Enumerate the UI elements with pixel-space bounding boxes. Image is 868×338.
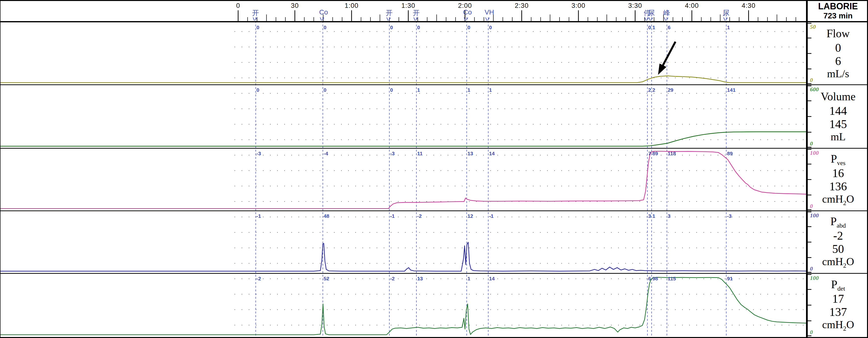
time-tick-label: 30 — [291, 2, 299, 9]
event-value-number: 12 — [467, 214, 473, 219]
channel-max-value: 50 — [832, 242, 844, 256]
channel-current-value: 16 — [832, 167, 844, 180]
channel-max-value: 137 — [829, 305, 847, 319]
channel-separator — [0, 148, 868, 149]
channel-max-value: 145 — [829, 117, 847, 131]
channel-title: Pdet — [831, 278, 845, 292]
event-label: 开 — [385, 8, 393, 18]
event-label: 开 — [413, 8, 420, 18]
frame-left-border — [0, 0, 0, 338]
pves-trace — [0, 151, 806, 209]
event-value-number: 48 — [323, 214, 329, 219]
event-value-number: 141 — [727, 87, 736, 92]
time-tick-label: 3:00 — [571, 2, 586, 9]
brand-name: LABORIE — [808, 1, 868, 11]
event-value-number: 2 — [652, 87, 655, 92]
channel-max-value: 136 — [829, 180, 847, 193]
event-value-number: 6 — [668, 25, 671, 30]
event-value-number: 11 — [417, 151, 423, 156]
event-value-number: 7 — [648, 151, 651, 156]
event-value-number: 3 — [648, 214, 651, 219]
event-flag-icon — [645, 18, 649, 21]
event-value-number: -2 — [417, 214, 422, 219]
event-flag-icon — [386, 18, 391, 21]
event-flag-icon — [649, 18, 653, 21]
channel-panel-pves: Pves 16 136 cmH2O — [811, 150, 865, 209]
channel-separator — [0, 273, 868, 274]
event-value-number: -3 — [390, 151, 395, 156]
event-value-number: 13 — [417, 276, 423, 281]
event-value-number: 0 — [256, 87, 259, 92]
event-label: 峰 — [663, 8, 670, 18]
time-tick-label: 3:30 — [628, 2, 642, 9]
flow-trace — [0, 76, 806, 83]
event-value-number: 13 — [467, 151, 473, 156]
flow-peak-arrow — [662, 42, 676, 66]
event-value-number: 0 — [390, 25, 393, 30]
event-value-number: 0 — [489, 25, 492, 30]
flow-peak-arrowhead — [658, 63, 666, 75]
event-value-number: 14 — [489, 151, 495, 156]
event-value-number: 6 — [648, 276, 651, 281]
event-value-number: 118 — [668, 151, 676, 156]
channel-current-value: 17 — [832, 292, 844, 305]
channel-unit: mL — [831, 131, 845, 143]
event-label: 开 — [252, 8, 259, 18]
time-tick-label: 2:30 — [515, 2, 529, 9]
event-value-number: 0 — [323, 25, 327, 30]
event-label: 尿 — [648, 8, 655, 18]
event-value-number: -1 — [390, 214, 395, 219]
event-value-number: 1 — [467, 276, 470, 281]
event-value-number: 1 — [652, 25, 655, 30]
event-value-number: -1 — [256, 214, 261, 219]
event-value-number: -2 — [390, 276, 395, 281]
event-value-number: 98 — [652, 276, 658, 281]
volume-trace — [0, 132, 806, 146]
time-tick-label: 0 — [236, 2, 240, 9]
event-value-number: 0 — [256, 25, 259, 30]
event-value-number: 14 — [489, 276, 495, 281]
channel-separator — [0, 210, 868, 211]
channel-title: Pabd — [830, 215, 846, 229]
event-label: VH — [485, 8, 494, 16]
event-value-number: 2 — [648, 87, 651, 92]
channel-title: Volume — [821, 90, 856, 104]
header-brand-box: LABORIE 723 min — [808, 1, 868, 20]
channel-panel-pdet: Pdet 17 137 cmH2O — [811, 275, 865, 335]
frame-right-border — [867, 0, 868, 338]
event-value-number: 52 — [323, 276, 329, 281]
event-value-number: 0 — [648, 25, 651, 30]
channel-max-value: 6 — [835, 54, 841, 68]
event-value-number: -3 — [727, 214, 732, 219]
event-value-number: -4 — [323, 151, 328, 156]
event-value-number: 1 — [652, 214, 655, 219]
channel-unit: cmH2O — [822, 256, 854, 269]
event-value-number: 0 — [417, 25, 420, 30]
channel-current-value: 0 — [835, 41, 841, 54]
event-label: 尿 — [722, 8, 729, 18]
event-value-number: 0 — [323, 87, 327, 92]
channel-current-value: 144 — [829, 104, 847, 117]
event-flag-icon — [320, 18, 324, 21]
event-flag-icon — [414, 18, 418, 21]
event-value-number: 1 — [417, 87, 420, 92]
frame-top-border — [0, 0, 868, 1]
channel-panel-volume: Volume 144 145 mL — [811, 87, 865, 146]
trace-plot-canvas — [0, 0, 868, 338]
time-axis-line — [0, 21, 868, 22]
event-value-number: 29 — [668, 87, 673, 92]
total-duration: 723 min — [808, 11, 868, 20]
event-value-number: -3 — [256, 151, 261, 156]
pabd-trace — [0, 242, 806, 271]
event-value-number: 1 — [467, 87, 470, 92]
pdet-trace — [0, 277, 806, 335]
channel-title: Pves — [831, 152, 845, 167]
time-tick-label: 4:30 — [742, 2, 755, 9]
event-value-number: 91 — [727, 276, 733, 281]
time-tick-label: 1:00 — [345, 2, 359, 9]
event-value-number: 0 — [390, 87, 393, 92]
urodynamics-trace-screen: 0301:001:302:002:303:003:304:004:30开00-3… — [0, 0, 868, 338]
event-value-number: 89 — [727, 151, 733, 156]
event-value-number: 115 — [668, 276, 676, 281]
event-value-number: 0 — [467, 25, 470, 30]
